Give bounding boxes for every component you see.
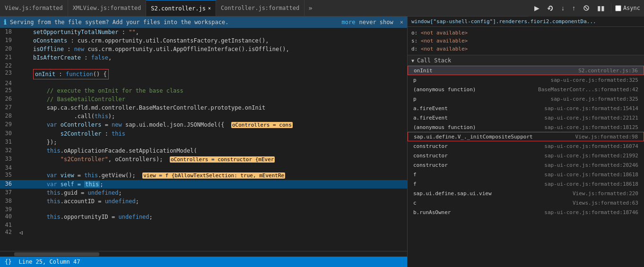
debug-async-label[interactable]: Async: [623, 5, 640, 11]
cs-location: Views.js:formatted:63: [573, 200, 638, 206]
line-number: 38: [0, 197, 17, 206]
debug-async-container: Async: [615, 5, 640, 11]
call-stack-item-afirevent1[interactable]: a.fireEvent sap-ui-core.js:formatted:154…: [408, 103, 644, 113]
call-stack-item-brunasowner[interactable]: b.runAsOwner sap-ui-core.js:formatted:18…: [408, 207, 644, 217]
line-content: var self = this;: [17, 180, 407, 189]
call-stack-item-p1[interactable]: p sap-ui-core.js:formatted:325: [408, 75, 644, 85]
tab-view-js[interactable]: View.js:formatted: [0, 0, 68, 16]
line-content: // execute the onInit for the base class: [17, 86, 407, 95]
line-content: "s2Controller", oControllers); oControll…: [17, 155, 407, 164]
line-content: this.guid = undefined;: [17, 189, 407, 197]
cs-location: sap-ui-core.js:formatted:325: [551, 96, 638, 102]
status-position: Line 25, Column 47: [18, 258, 80, 265]
call-stack-item-oninit[interactable]: onInit S2.controller.js:36: [408, 66, 644, 75]
line-number: 42: [0, 228, 17, 237]
line-content: [17, 206, 407, 213]
line-number: 21: [0, 53, 17, 62]
cs-name: p: [413, 77, 417, 83]
tab-s2-controller[interactable]: S2.controller.js ×: [146, 0, 216, 16]
line-content: s2Controller : this: [17, 129, 407, 138]
scrollbar-thumb: [14, 252, 99, 256]
cs-name: constructor: [413, 162, 448, 168]
cs-location: sap-ui-core.js:formatted:18125: [544, 124, 638, 130]
call-stack-header[interactable]: ▼ Call Stack: [408, 55, 644, 66]
debug-val-d: d: <not available>: [411, 45, 640, 53]
cs-name: f: [413, 181, 417, 187]
call-stack-arrow: ▼: [411, 58, 414, 63]
call-stack-item-ctor2[interactable]: constructor sap-ui-core.js:formatted:219…: [408, 151, 644, 160]
call-stack-item-ctor1[interactable]: constructor sap-ui-core.js:formatted:160…: [408, 141, 644, 151]
line-content: setOpportunityTotalNumber : "",: [17, 28, 407, 36]
call-stack-item-c[interactable]: c Views.js:formatted:63: [408, 198, 644, 207]
line-number: 24: [0, 79, 17, 86]
cs-location: sap-ui-core.js:formatted:16074: [544, 143, 638, 149]
info-never-show-link[interactable]: never show: [359, 19, 393, 26]
debugger-panel: window["sap-ushell-config"].renderers.fi…: [408, 17, 644, 267]
horizontal-scrollbar[interactable]: [0, 251, 407, 257]
debug-val-d-label: d:: [411, 46, 421, 52]
cs-name: a.fireEvent: [413, 115, 448, 121]
call-stack-item-anon1[interactable]: (anonymous function) BaseMasterContr...s…: [408, 85, 644, 94]
table-row: 38 this.accountID = undefined;: [0, 197, 407, 206]
debug-step-over-btn[interactable]: [545, 3, 556, 13]
call-stack-item-sapuiview[interactable]: sap.ui.define.sap.ui.view View.js:format…: [408, 189, 644, 198]
info-more-link[interactable]: more: [342, 19, 356, 26]
line-content: // BaseDetailController: [17, 95, 407, 103]
line-content: [17, 221, 407, 228]
debug-val-d-value: <not available>: [421, 46, 468, 52]
line-content: this.opportunityID = undefined;: [17, 213, 407, 221]
line-number: 20: [0, 45, 17, 53]
debug-resume-btn[interactable]: ▶: [532, 3, 542, 13]
call-stack-list[interactable]: onInit S2.controller.js:36 p sap-ui-core…: [408, 66, 644, 267]
tab-xmlview-js[interactable]: XMLView.js:formatted: [68, 0, 147, 16]
cs-name: c: [413, 200, 417, 206]
cs-location: sap-ui-core.js:formatted:20246: [544, 162, 638, 168]
table-row: 24: [0, 79, 407, 86]
debug-step-into-btn[interactable]: ↓: [559, 3, 567, 13]
line-number: 22: [0, 62, 17, 69]
debug-step-out-btn[interactable]: ↑: [570, 3, 578, 13]
cs-location: BaseMasterContr...s:formatted:42: [538, 86, 638, 93]
tab-s2-controller-close[interactable]: ×: [208, 6, 211, 11]
tab-overflow-btn[interactable]: »: [305, 4, 316, 12]
call-stack-item-initcomposite[interactable]: sap.ui.define.V_._initCompositeSupport V…: [408, 132, 644, 141]
cs-name: (anonymous function): [413, 86, 476, 93]
debug-pause-btn[interactable]: ▮▮: [595, 3, 607, 13]
table-row: 33 "s2Controller", oControllers); oContr…: [0, 155, 407, 164]
line-number: 30: [0, 129, 17, 138]
editor-panel: ℹ Serving from the file system? Add your…: [0, 17, 408, 267]
tab-controller-js[interactable]: Controller.js:formatted: [216, 0, 305, 16]
table-row: 34: [0, 164, 407, 171]
call-stack-item-f1[interactable]: f sap-ui-core.js:formatted:18618: [408, 170, 644, 179]
debug-async-checkbox[interactable]: [615, 5, 621, 11]
cs-name: f: [413, 172, 417, 178]
line-content: [17, 62, 407, 69]
call-stack-item-afirevent2[interactable]: a.fireEvent sap-ui-core.js:formatted:221…: [408, 113, 644, 122]
line-content: isOffline : new cus.crm.opportunity.util…: [17, 45, 407, 53]
debug-val-o-value: <not available>: [421, 30, 468, 36]
debug-expression: window["sap-ushell-config"].renderers.fi…: [408, 17, 644, 27]
table-row: 39: [0, 206, 407, 213]
code-area[interactable]: 18 setOpportunityTotalNumber : "", 19 oC…: [0, 28, 407, 251]
line-content: bIsAfterCreate : false,: [17, 53, 407, 62]
tab-xmlview-js-label: XMLView.js:formatted: [73, 5, 141, 11]
cs-location: sap-ui-core.js:formatted:21992: [544, 153, 638, 159]
call-stack-item-p2[interactable]: p sap-ui-core.js:formatted:325: [408, 94, 644, 103]
line-number: 35: [0, 171, 17, 180]
table-row: 21 bIsAfterCreate : false,: [0, 53, 407, 62]
debug-deactivate-btn[interactable]: [581, 3, 592, 13]
line-number: 27: [0, 103, 17, 112]
line-number: 26: [0, 95, 17, 103]
info-close-btn[interactable]: ×: [400, 19, 403, 26]
svg-line-1: [585, 7, 588, 9]
cs-location: sap-ui-core.js:formatted:325: [551, 77, 638, 83]
cs-name: constructor: [413, 153, 448, 159]
status-braces: {}: [5, 258, 11, 265]
debug-val-s: s: <not available>: [411, 37, 640, 45]
table-row: 32 this.oApplicationFacade.setApplicatio…: [0, 146, 407, 155]
cs-location: View.js:formatted:98: [575, 134, 638, 140]
cs-name: b.runAsOwner: [413, 209, 451, 215]
call-stack-item-ctor3[interactable]: constructor sap-ui-core.js:formatted:202…: [408, 160, 644, 170]
call-stack-item-anon2[interactable]: (anonymous function) sap-ui-core.js:form…: [408, 122, 644, 132]
call-stack-item-f2[interactable]: f sap-ui-core.js:formatted:18618: [408, 179, 644, 189]
